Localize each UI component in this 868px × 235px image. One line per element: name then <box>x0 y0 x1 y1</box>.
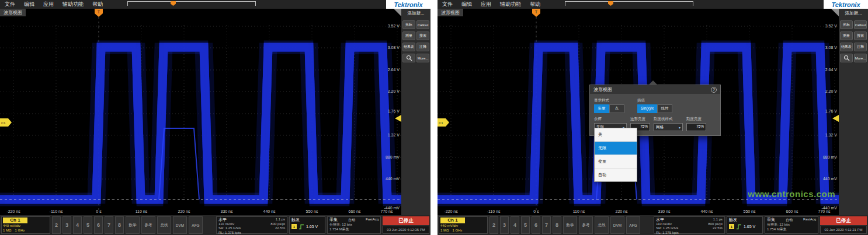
trigger-position-flag-icon <box>171 1 176 6</box>
channel-6-button[interactable]: 6 <box>532 216 540 234</box>
math-button[interactable]: 数学 <box>563 216 577 234</box>
channel-7-button[interactable]: 7 <box>542 216 551 234</box>
results-table-button[interactable]: 结果表 <box>402 43 415 51</box>
stop-button[interactable]: 已停止 <box>820 216 867 225</box>
menu-apps[interactable]: 应用 <box>481 1 491 8</box>
cursors-button[interactable]: 光标 <box>402 20 415 29</box>
bus-button[interactable]: 总线 <box>595 216 609 234</box>
cursors-button[interactable]: 光标 <box>840 20 853 29</box>
ch1-bandwidth: 1 GHz <box>15 228 25 233</box>
search-button[interactable]: 搜索 <box>854 31 867 40</box>
trigger-position-marker[interactable]: T <box>532 9 540 17</box>
waveform-display[interactable]: 波形视图 <box>438 9 839 215</box>
menu-accessibility[interactable]: 辅助功能 <box>63 1 84 8</box>
dvm-button[interactable]: DVM <box>173 216 187 234</box>
zoom-button[interactable] <box>840 54 853 62</box>
trigger-level-marker[interactable] <box>395 115 401 122</box>
persistence-label: 余辉 <box>594 117 627 122</box>
channel-8-button[interactable]: 8 <box>553 216 561 234</box>
menu-file[interactable]: 文件 <box>5 1 15 8</box>
display-style-dots-button[interactable]: 点 <box>609 104 624 113</box>
dropdown-option-off[interactable]: 关 <box>595 128 637 141</box>
display-style-vector-button[interactable]: 矢量 <box>594 104 609 113</box>
measure-button[interactable]: 测量 <box>840 31 853 40</box>
waveform-view-tab[interactable]: 波形视图 <box>0 9 26 16</box>
menu-accessibility[interactable]: 辅助功能 <box>500 1 521 8</box>
menu-apps[interactable]: 应用 <box>43 1 54 8</box>
menu-edit[interactable]: 编辑 <box>24 1 34 8</box>
add-new-button[interactable]: 添加新... <box>402 9 429 18</box>
callout-button[interactable]: Callout <box>854 20 867 29</box>
voltage-axis-label: 1.32 V <box>388 133 400 137</box>
ref-button[interactable]: 参考 <box>141 216 155 234</box>
channel-7-button[interactable]: 7 <box>105 216 113 234</box>
waveform-display[interactable]: 波形视图 <box>0 9 401 215</box>
trigger-position-flag-icon <box>608 1 613 6</box>
math-button[interactable]: 数学 <box>126 216 140 234</box>
acquisition-settings-panel[interactable]: 采集 自动 FastAcq 分辨率: 12 bits 1.754 M采集 <box>765 216 818 234</box>
channel-8-button[interactable]: 8 <box>115 216 124 234</box>
sample-interval: 800 ps/pt <box>270 222 285 227</box>
dual-screenshot-canvas: 文件 编辑 应用 辅助功能 帮助 Tektronix 波形视图 <box>0 0 868 235</box>
acquisition-window-bracket[interactable] <box>565 1 693 6</box>
channel-4-button[interactable]: 4 <box>73 216 82 234</box>
graticule-style-select[interactable]: 网格 ▾ <box>654 123 683 131</box>
horizontal-settings-panel[interactable]: 水平 1.1 ps 110 ns/div 800 ps/pt SR: 1.25 … <box>654 216 725 234</box>
record-length: RL: 1.375 kpts <box>656 231 703 235</box>
note-button[interactable]: 注释 <box>416 43 429 51</box>
stop-button[interactable]: 已停止 <box>383 216 429 225</box>
channel-1-badge[interactable]: Ch 1 440 mV/div 1 MΩ 1 GHz <box>1 216 50 234</box>
search-button[interactable]: 搜索 <box>416 31 429 40</box>
waveform-plot[interactable]: T C1 3.52 V 3.08 V 2.64 V 2.20 V 1.76 V <box>0 9 401 215</box>
interp-linear-button[interactable]: 线性 <box>657 104 672 113</box>
channel-2-button[interactable]: 2 <box>489 216 498 234</box>
channel-3-button[interactable]: 3 <box>63 216 71 234</box>
callout-button[interactable]: Callout <box>416 20 429 29</box>
trigger-settings-panel[interactable]: 触发 1 1.65 V <box>289 216 325 234</box>
channel-1-badge[interactable]: Ch 1 440 mV/div 1 MΩ 1 GHz <box>439 216 488 234</box>
sample-interval: 800 ps/pt <box>708 222 723 227</box>
view-corner-handle-icon[interactable] <box>831 9 839 16</box>
waveform-view-tab[interactable]: 波形视图 <box>438 9 463 16</box>
ref-button[interactable]: 参考 <box>579 216 593 234</box>
more-button[interactable]: More... <box>416 54 429 62</box>
acquisition-window-bracket[interactable] <box>127 1 256 6</box>
menu-bar: 文件 编辑 应用 辅助功能 帮助 Tektronix <box>438 0 868 9</box>
bus-button[interactable]: 总线 <box>157 216 171 234</box>
dropdown-option-auto[interactable]: 自动 <box>595 168 637 181</box>
channel-2-button[interactable]: 2 <box>52 216 61 234</box>
afg-button[interactable]: AFG <box>189 216 203 234</box>
trigger-position-marker[interactable]: T <box>95 9 103 17</box>
dropdown-option-infinite[interactable]: 无限 <box>595 141 637 155</box>
time-axis-label: 770 ns <box>818 209 831 213</box>
view-corner-handle-icon[interactable] <box>394 9 401 16</box>
channel-4-button[interactable]: 4 <box>511 216 519 234</box>
graticule-intensity-input[interactable]: 75% <box>686 123 706 131</box>
acquisition-settings-panel[interactable]: 采集 自动 FastAcq 分辨率: 12 bits 1.754 M采集 <box>327 216 381 234</box>
horizontal-settings-panel[interactable]: 水平 1.1 ps 110 ns/div 800 ps/pt SR: 1.25 … <box>216 216 287 234</box>
add-new-button[interactable]: 添加新... <box>840 9 867 18</box>
interp-sinx-button[interactable]: Sin(x)/x <box>637 104 657 113</box>
afg-button[interactable]: AFG <box>626 216 640 234</box>
trigger-level-marker[interactable] <box>832 115 839 122</box>
menu-help[interactable]: 帮助 <box>92 1 103 8</box>
menu-edit[interactable]: 编辑 <box>461 1 472 8</box>
results-table-button[interactable]: 结果表 <box>840 43 853 51</box>
channel-marker[interactable]: C1 <box>0 118 12 127</box>
dropdown-option-variable[interactable]: 变量 <box>595 155 637 168</box>
zoom-button[interactable] <box>402 54 415 62</box>
channel-3-button[interactable]: 3 <box>500 216 509 234</box>
channel-5-button[interactable]: 5 <box>84 216 92 234</box>
rising-edge-icon <box>736 224 742 230</box>
help-icon[interactable]: ? <box>711 87 717 93</box>
note-button[interactable]: 注释 <box>854 43 867 51</box>
more-button[interactable]: More... <box>854 54 867 62</box>
channel-6-button[interactable]: 6 <box>94 216 103 234</box>
dvm-button[interactable]: DVM <box>610 216 624 234</box>
channel-marker[interactable]: C1 <box>438 118 449 127</box>
menu-file[interactable]: 文件 <box>442 1 453 8</box>
menu-help[interactable]: 帮助 <box>530 1 540 8</box>
channel-5-button[interactable]: 5 <box>521 216 530 234</box>
trigger-settings-panel[interactable]: 触发 1 1.65 V <box>727 216 763 234</box>
measure-button[interactable]: 测量 <box>402 31 415 40</box>
